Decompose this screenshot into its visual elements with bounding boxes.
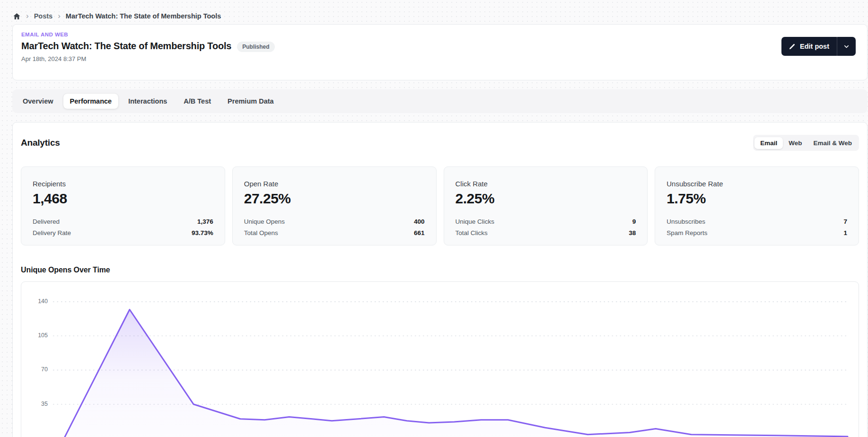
status-badge: Published <box>237 42 274 52</box>
published-datetime: Apr 18th, 2024 8:37 PM <box>21 55 275 62</box>
breadcrumb-current-page: MarTech Watch: The State of Membership T… <box>66 12 221 20</box>
stat-breakdown-row: Unique Opens 400 <box>244 218 425 225</box>
tab-overview[interactable]: Overview <box>16 94 60 109</box>
stat-value: 1.75% <box>666 191 847 207</box>
stat-row-label: Unique Clicks <box>456 218 495 225</box>
opens-chart <box>21 282 859 437</box>
tab-ab-test[interactable]: A/B Test <box>177 94 218 109</box>
stat-row-label: Delivered <box>33 218 60 225</box>
chart-title: Unique Opens Over Time <box>21 266 859 274</box>
stat-breakdown-row: Total Opens 661 <box>244 229 425 236</box>
stat-row-value: 1,376 <box>197 218 213 225</box>
edit-post-button-group: Edit post <box>781 37 856 56</box>
stat-row-label: Unique Opens <box>244 218 285 225</box>
stat-breakdown-row: Total Clicks 38 <box>456 229 636 236</box>
stat-card-grid: Recipients 1,468 Delivered 1,376 Deliver… <box>21 166 859 245</box>
stat-value: 1,468 <box>33 191 213 207</box>
analytics-title: Analytics <box>21 138 60 148</box>
stat-breakdown-row: Spam Reports 1 <box>666 229 847 236</box>
breadcrumb: › Posts › MarTech Watch: The State of Me… <box>0 0 868 24</box>
toggle-email-and-web[interactable]: Email & Web <box>807 137 858 149</box>
tab-performance[interactable]: Performance <box>63 94 119 109</box>
stat-row-value: 93.73% <box>192 229 213 236</box>
pencil-icon <box>789 43 796 50</box>
stat-row-value: 38 <box>629 229 636 236</box>
stat-card-click-rate: Click Rate 2.25% Unique Clicks 9 Total C… <box>444 166 648 245</box>
stat-row-label: Total Opens <box>244 229 278 236</box>
stat-row-value: 1 <box>843 229 847 236</box>
stat-value: 27.25% <box>244 191 425 207</box>
stat-row-value: 9 <box>632 218 636 225</box>
post-type-label: EMAIL AND WEB <box>21 32 275 37</box>
stat-row-label: Spam Reports <box>666 229 707 236</box>
stat-value: 2.25% <box>456 191 636 207</box>
chevron-down-icon <box>843 43 850 50</box>
stat-breakdown-row: Unique Clicks 9 <box>456 218 636 225</box>
home-icon[interactable] <box>13 12 21 20</box>
stat-row-label: Unsubscribes <box>666 218 705 225</box>
chevron-right-icon: › <box>26 12 29 20</box>
tab-interactions[interactable]: Interactions <box>122 94 174 109</box>
stat-card-open-rate: Open Rate 27.25% Unique Opens 400 Total … <box>232 166 437 245</box>
stat-row-label: Total Clicks <box>456 229 488 236</box>
post-analytics-tabbar: Overview Performance Interactions A/B Te… <box>12 89 868 113</box>
analytics-section: Analytics Email Web Email & Web Recipien… <box>12 122 868 437</box>
toggle-email[interactable]: Email <box>754 137 783 149</box>
y-axis-tick-label: 70 <box>21 366 48 373</box>
post-header-info: EMAIL AND WEB MarTech Watch: The State o… <box>21 31 275 74</box>
edit-post-button[interactable]: Edit post <box>781 37 837 56</box>
y-axis-tick-label: 105 <box>21 332 48 339</box>
stat-card-recipients: Recipients 1,468 Delivered 1,376 Deliver… <box>21 166 225 245</box>
stat-breakdown-row: Delivery Rate 93.73% <box>33 229 213 236</box>
y-axis-tick-label: 140 <box>21 298 48 305</box>
y-axis-tick-label: 35 <box>21 401 48 407</box>
stat-row-value: 7 <box>843 218 847 225</box>
stat-row-value: 661 <box>414 229 425 236</box>
breadcrumb-posts-link[interactable]: Posts <box>34 12 53 20</box>
chevron-right-icon: › <box>58 12 61 20</box>
edit-post-button-label: Edit post <box>800 43 829 50</box>
post-header-card: EMAIL AND WEB MarTech Watch: The State o… <box>12 24 868 80</box>
stat-breakdown-row: Delivered 1,376 <box>33 218 213 225</box>
stat-row-value: 400 <box>414 218 425 225</box>
stat-label: Unsubscribe Rate <box>666 180 847 188</box>
edit-post-dropdown-button[interactable] <box>837 37 856 56</box>
toggle-web[interactable]: Web <box>783 137 807 149</box>
stat-label: Recipients <box>33 180 213 188</box>
stat-label: Open Rate <box>244 180 425 188</box>
source-toggle: Email Web Email & Web <box>753 135 859 151</box>
opens-chart-card: 3570105140 <box>21 281 859 437</box>
page-title: MarTech Watch: The State of Membership T… <box>21 41 231 52</box>
stat-row-label: Delivery Rate <box>33 229 71 236</box>
stat-label: Click Rate <box>456 180 636 188</box>
stat-card-unsubscribe-rate: Unsubscribe Rate 1.75% Unsubscribes 7 Sp… <box>655 166 859 245</box>
stat-breakdown-row: Unsubscribes 7 <box>666 218 847 225</box>
tab-premium-data[interactable]: Premium Data <box>221 94 281 109</box>
